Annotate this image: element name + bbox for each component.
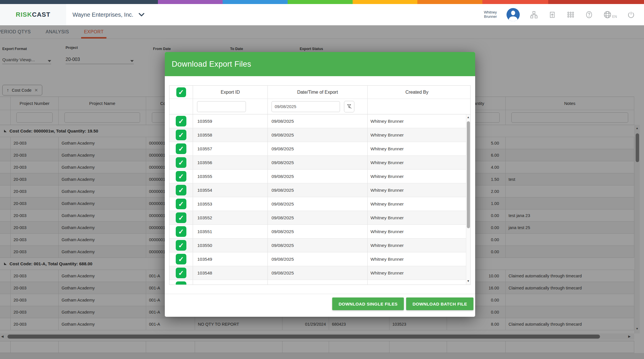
checkbox-checked[interactable]: ✓: [176, 87, 186, 97]
export-file-row[interactable]: ✓10355509/08/2025Whitney Brunner: [169, 170, 470, 183]
check-icon: ✓: [178, 283, 184, 285]
check-icon: ✓: [178, 173, 184, 180]
export-file-row[interactable]: ✓10355109/08/2025Whitney Brunner: [169, 225, 470, 239]
brand-strip-segment: [548, 0, 644, 4]
check-icon: ✓: [178, 201, 184, 208]
modal-checkbox-cell: ✓: [169, 266, 193, 280]
language-label: EN: [612, 15, 617, 19]
checkbox-checked[interactable]: ✓: [176, 212, 186, 223]
export-file-row[interactable]: ✓10355209/08/2025Whitney Brunner: [169, 211, 470, 225]
cell-export-id: 103557: [193, 142, 268, 155]
export-file-row[interactable]: ✓10354909/08/2025Whitney Brunner: [169, 252, 470, 266]
cell-created-by: Whitney Brunner: [368, 239, 466, 252]
checkbox-checked[interactable]: ✓: [176, 254, 186, 264]
cell-export-id: 103555: [193, 170, 268, 183]
scroll-up-icon[interactable]: ▲: [467, 116, 470, 119]
clear-filter-icon: [347, 104, 352, 109]
cell-created-by: Whitney Brunner: [368, 183, 466, 197]
checkbox-checked[interactable]: ✓: [176, 130, 186, 140]
export-file-row[interactable]: ✓10355909/08/2025Whitney Brunner: [169, 114, 470, 128]
globe-icon[interactable]: EN: [603, 10, 617, 19]
modal-title: Download Export Files: [172, 60, 251, 69]
brand-strip-segment: [158, 0, 223, 4]
scroll-thumb[interactable]: [467, 121, 470, 228]
company-selector[interactable]: Wayne Enterprises, Inc.: [72, 4, 144, 25]
export-file-row[interactable]: ✓10355409/08/2025Whitney Brunner: [169, 183, 470, 197]
export-file-row[interactable]: ✓10355609/08/2025Whitney Brunner: [169, 156, 470, 170]
cell-created-by: Whitney Brunner: [368, 197, 466, 211]
logo-cast: CAST: [32, 11, 50, 18]
modal-checkbox-cell: ✓: [169, 252, 193, 266]
modal-scrollbar[interactable]: ▲ ▼: [466, 114, 470, 285]
scroll-down-icon[interactable]: ▼: [467, 279, 470, 283]
cell-export-date: 09/08/2025: [268, 170, 368, 183]
export-file-row[interactable]: ✓10355009/08/2025Whitney Brunner: [169, 239, 470, 252]
button-download-batch-file[interactable]: DOWNLOAD BATCH FILE: [406, 297, 473, 310]
checkbox-checked[interactable]: ✓: [176, 185, 186, 195]
checkbox-checked[interactable]: ✓: [176, 226, 186, 237]
checkbox-checked[interactable]: ✓: [176, 199, 186, 209]
cell-export-date: 09/08/2025: [268, 128, 368, 142]
cell-created-by: Whitney Brunner: [368, 225, 466, 238]
check-icon: ✓: [178, 256, 184, 263]
cell-export-id: 103553: [193, 197, 268, 211]
brand-strip-segment: [353, 0, 417, 4]
top-header: RISKCAST Wayne Enterprises, Inc. Whitney…: [0, 4, 644, 25]
modal-checkbox-cell: ✓: [169, 183, 193, 197]
checkbox-checked[interactable]: ✓: [176, 171, 186, 182]
cell-export-date: 09/08/2025: [268, 142, 368, 155]
checkbox-checked[interactable]: ✓: [176, 240, 186, 251]
modal-filter-export-id: [193, 99, 268, 114]
export-file-row[interactable]: ✓10354709/08/2025Whitney Brunner: [169, 280, 470, 285]
cell-export-date: 09/08/2025: [268, 211, 368, 224]
check-icon: ✓: [178, 89, 184, 96]
riskcast-logo[interactable]: RISKCAST: [0, 4, 66, 25]
modal-column-header: Export ID: [193, 86, 268, 99]
cell-created-by: Whitney Brunner: [368, 156, 466, 169]
checkbox-checked[interactable]: ✓: [176, 157, 186, 168]
cell-export-id: 103548: [193, 266, 268, 280]
logo-risk: RISK: [16, 11, 32, 18]
help-icon[interactable]: [585, 10, 593, 19]
cell-created-by: Whitney Brunner: [368, 252, 466, 266]
cell-export-date: 09/08/2025: [268, 280, 368, 285]
export-file-row[interactable]: ✓10355709/08/2025Whitney Brunner: [169, 142, 470, 156]
upload-icon[interactable]: [548, 10, 557, 19]
cell-export-id: 103554: [193, 183, 268, 197]
power-icon[interactable]: [627, 10, 635, 19]
check-icon: ✓: [178, 187, 184, 194]
modal-checkbox-cell: ✓: [169, 197, 193, 211]
cell-export-date: 09/08/2025: [268, 156, 368, 169]
modal-select-all-cell: ✓: [169, 86, 193, 99]
cell-export-date: 09/08/2025: [268, 225, 368, 238]
export-file-row[interactable]: ✓10355309/08/2025Whitney Brunner: [169, 197, 470, 211]
button-download-single-files[interactable]: DOWNLOAD SINGLE FILES: [332, 297, 404, 310]
cell-created-by: Whitney Brunner: [368, 114, 466, 128]
check-icon: ✓: [178, 159, 184, 166]
clear-filter-button[interactable]: [344, 101, 354, 112]
export-id-filter-input[interactable]: [197, 101, 246, 112]
modal-filter-created-by: [368, 99, 466, 114]
modal-checkbox-cell: ✓: [169, 225, 193, 238]
modal-checkbox-cell: ✓: [169, 156, 193, 169]
modal-filter-spacer: [169, 99, 193, 114]
export-file-row[interactable]: ✓10354809/08/2025Whitney Brunner: [169, 266, 470, 280]
sitemap-icon[interactable]: [530, 10, 538, 19]
modal-checkbox-cell: ✓: [169, 280, 193, 285]
chevron-down-icon: [139, 13, 144, 16]
modal-checkbox-cell: ✓: [169, 142, 193, 155]
cell-created-by: Whitney Brunner: [368, 142, 466, 155]
avatar[interactable]: [507, 8, 520, 21]
riskcast-app: RISKCAST Wayne Enterprises, Inc. Whitney…: [0, 0, 644, 359]
checkbox-checked[interactable]: ✓: [176, 116, 186, 126]
export-file-row[interactable]: ✓10355809/08/2025Whitney Brunner: [169, 128, 470, 142]
modal-checkbox-cell: ✓: [169, 239, 193, 252]
apps-grid-icon[interactable]: [566, 10, 575, 19]
cell-export-date: 09/08/2025: [268, 239, 368, 252]
checkbox-checked[interactable]: ✓: [176, 143, 186, 154]
checkbox-checked[interactable]: ✓: [176, 268, 186, 278]
modal-header: Download Export Files: [165, 52, 475, 76]
checkbox-checked[interactable]: ✓: [176, 281, 186, 285]
date-filter-input[interactable]: [272, 101, 340, 112]
check-icon: ✓: [178, 270, 184, 277]
